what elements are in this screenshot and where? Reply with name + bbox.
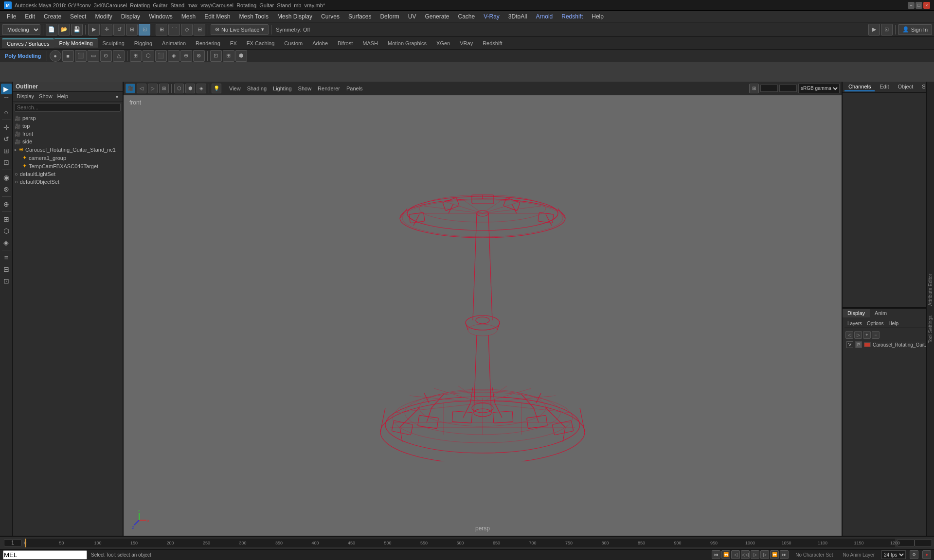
layer-color-swatch[interactable] xyxy=(864,342,871,347)
timeline-settings-button[interactable]: ⚙ xyxy=(910,550,918,559)
save-file-button[interactable]: 💾 xyxy=(71,24,83,35)
scale-tool-button[interactable]: ⊞ xyxy=(126,24,138,35)
rotate-icon[interactable]: ↺ xyxy=(1,134,12,144)
layer-editor-icon[interactable]: ≡ xyxy=(1,252,12,263)
open-file-button[interactable]: 📂 xyxy=(58,24,70,35)
move-tool-button[interactable]: ✛ xyxy=(101,24,112,35)
shelf-tab-redshift[interactable]: Redshift xyxy=(478,39,507,48)
select-tool-icon[interactable]: ▶ xyxy=(1,84,12,94)
menu-item-cache[interactable]: Cache xyxy=(454,12,479,21)
timeline-scrubber[interactable] xyxy=(25,539,26,547)
menu-item-display[interactable]: Display xyxy=(117,12,144,21)
shelf-tab-xgen[interactable]: XGen xyxy=(431,39,455,48)
vp-show-menu[interactable]: Show xyxy=(296,85,314,92)
play-back-button[interactable]: ◁◁ xyxy=(741,550,750,559)
shelf-loop-select[interactable]: ⊡ xyxy=(210,50,222,62)
menu-item-mesh[interactable]: Mesh xyxy=(178,12,199,21)
vp-view-menu[interactable]: View xyxy=(227,85,243,92)
render-button[interactable]: ▶ xyxy=(868,24,880,35)
shelf-cylinder[interactable]: ⬛ xyxy=(75,50,87,62)
edit-tab[interactable]: Edit xyxy=(876,83,893,91)
vp-shading-menu[interactable]: Shading xyxy=(245,85,269,92)
shelf-tab-motion-graphics[interactable]: Motion Graphics xyxy=(383,39,431,48)
soft-select-icon[interactable]: ◉ xyxy=(1,172,12,183)
menu-item-file[interactable]: File xyxy=(3,12,20,21)
menu-item-edit-mesh[interactable]: Edit Mesh xyxy=(200,12,234,21)
display-tab[interactable]: Display xyxy=(843,309,870,317)
timeline-track[interactable]: 0501001502002503003504004505005506006507… xyxy=(25,539,895,547)
vp-next-view-button[interactable]: ▷ xyxy=(148,84,158,93)
lasso-select-icon[interactable]: ⌒ xyxy=(1,95,12,106)
gamma-value-2[interactable]: 1.00 xyxy=(779,85,797,92)
universal-manip-icon[interactable]: ⊡ xyxy=(1,157,12,168)
outliner-show-menu[interactable]: Show xyxy=(37,93,54,101)
outliner-help-menu[interactable]: Help xyxy=(55,93,71,101)
maximize-button[interactable]: □ xyxy=(916,2,922,9)
outliner-display-menu[interactable]: Display xyxy=(15,93,36,101)
live-surface-button[interactable]: ⊗ No Live Surface ▾ xyxy=(211,24,269,35)
shelf-tab-fx-caching[interactable]: FX Caching xyxy=(242,39,279,48)
help-item[interactable]: Help xyxy=(886,320,900,327)
shelf-tab-curves-surfaces[interactable]: Curves / Surfaces xyxy=(2,38,54,48)
tree-item-front[interactable]: 🎥 front xyxy=(13,130,123,138)
workspace-dropdown[interactable]: Modeling xyxy=(2,24,40,35)
tree-item-carousel[interactable]: ▸ ⊕ Carousel_Rotating_Guitar_Stand_nc1 xyxy=(13,145,123,154)
vp-fit-all-button[interactable]: ⊞ xyxy=(159,84,169,93)
new-file-button[interactable]: 📄 xyxy=(46,24,57,35)
play-forward-button[interactable]: ▷ xyxy=(751,550,759,559)
rotate-tool-button[interactable]: ↺ xyxy=(113,24,125,35)
menu-item-3dtoall[interactable]: 3DtoAll xyxy=(504,12,531,21)
layer-playback-toggle[interactable]: P xyxy=(855,341,862,348)
jump-end-button[interactable]: ⏭ xyxy=(780,550,789,559)
menu-item-curves[interactable]: Curves xyxy=(317,12,343,21)
ipr-render-button[interactable]: ⊡ xyxy=(881,24,893,35)
layers-item[interactable]: Layers xyxy=(845,320,864,327)
menu-item-generate[interactable]: Generate xyxy=(421,12,453,21)
tree-item-objectset[interactable]: ○ defaultObjectSet xyxy=(13,178,123,186)
snap-curve-button[interactable]: ⌒ xyxy=(168,24,180,35)
shelf-tab-mash[interactable]: MASH xyxy=(358,39,383,48)
shelf-merge[interactable]: ◈ xyxy=(168,50,180,62)
shelf-bevel[interactable]: ⬡ xyxy=(143,50,154,62)
gamma-value-1[interactable]: 0.00 xyxy=(760,85,778,92)
tree-item-camera1-group[interactable]: ✦ camera1_group xyxy=(13,154,123,162)
scale-icon[interactable]: ⊞ xyxy=(1,145,12,156)
vp-lighting-button[interactable]: 💡 xyxy=(212,84,221,93)
menu-item-modify[interactable]: Modify xyxy=(91,12,116,21)
menu-item-mesh-display[interactable]: Mesh Display xyxy=(273,12,316,21)
shelf-grow-select[interactable]: ⊞ xyxy=(223,50,234,62)
channels-tab[interactable]: Channels xyxy=(844,83,875,91)
vp-camera-button[interactable]: 🎥 xyxy=(126,84,135,93)
shelf-sphere[interactable]: ● xyxy=(50,50,61,62)
shelf-cone[interactable]: △ xyxy=(113,50,125,62)
dc-add-button[interactable]: + xyxy=(863,331,871,339)
tree-item-tempcam[interactable]: ✦ TempCamFBXASC046Target xyxy=(13,162,123,170)
shelf-tab-adobe[interactable]: Adobe xyxy=(307,39,333,48)
vp-lighting-menu[interactable]: Lighting xyxy=(270,85,294,92)
snap-point-button[interactable]: ◇ xyxy=(181,24,193,35)
minimize-button[interactable]: − xyxy=(908,2,915,9)
sign-in-button[interactable]: 👤 Sign In xyxy=(898,24,932,35)
shelf-tab-sculpting[interactable]: Sculpting xyxy=(98,39,129,48)
menu-item-surfaces[interactable]: Surfaces xyxy=(344,12,375,21)
shelf-separate[interactable]: ⊗ xyxy=(193,50,205,62)
menu-item-select[interactable]: Select xyxy=(66,12,90,21)
menu-item-help[interactable]: Help xyxy=(588,12,608,21)
gamma-mode-select[interactable]: sRGB gamma xyxy=(798,84,840,93)
select-tool-button[interactable]: ▶ xyxy=(88,24,100,35)
mel-input[interactable] xyxy=(3,550,87,560)
show-manipulator-icon[interactable]: ⊕ xyxy=(1,199,12,210)
tree-item-persp[interactable]: 🎥 persp xyxy=(13,114,123,122)
menu-item-uv[interactable]: UV xyxy=(404,12,420,21)
next-keyframe-button[interactable]: ⏩ xyxy=(770,550,779,559)
vp-prev-view-button[interactable]: ◁ xyxy=(137,84,146,93)
menu-item-windows[interactable]: Windows xyxy=(145,12,177,21)
paint-select-icon[interactable]: ○ xyxy=(1,107,12,118)
step-back-button[interactable]: ◁ xyxy=(731,550,740,559)
shelf-tab-fx[interactable]: FX xyxy=(225,39,242,48)
attribute-editor-vert-label[interactable]: Attribute Editor xyxy=(928,274,933,306)
tree-item-side[interactable]: 🎥 side xyxy=(13,138,123,145)
tree-item-lightset[interactable]: ○ defaultLightSet xyxy=(13,170,123,178)
vp-smooth-shade-button[interactable]: ⬢ xyxy=(185,84,195,93)
vp-wireframe-button[interactable]: ⬡ xyxy=(174,84,184,93)
